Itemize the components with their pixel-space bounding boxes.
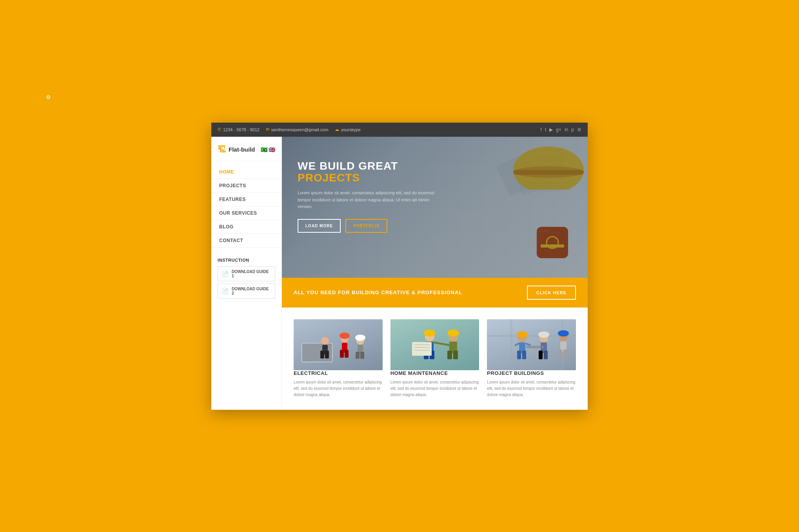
svg-rect-22 xyxy=(325,351,329,358)
brazil-flag: 🇧🇷 xyxy=(261,147,267,153)
phone-contact: ✆ 1234 - 5678 - 9012 xyxy=(218,127,260,132)
svg-rect-47 xyxy=(453,351,458,359)
twitter-link[interactable]: t xyxy=(545,127,546,132)
svg-point-19 xyxy=(321,337,329,345)
svg-rect-55 xyxy=(517,351,521,359)
svg-point-34 xyxy=(424,329,436,337)
top-bar-contact: ✆ 1234 - 5678 - 9012 ✉ iamthemesqueen@gm… xyxy=(218,127,361,132)
service-image-maintenance xyxy=(390,319,479,370)
sidebar-instruction: INSTRUCTION 📄 DOWNLOAD GUIDE 1 📄 DOWNLOA… xyxy=(211,252,281,305)
flag-icons: 🇧🇷 🇬🇧 xyxy=(261,147,275,153)
nav-item-contact[interactable]: CONTACT xyxy=(211,234,281,248)
svg-point-60 xyxy=(538,331,549,338)
sidebar-logo: 🏗 Flat-build 🇧🇷 🇬🇧 xyxy=(211,137,281,161)
nav-item-our-services[interactable]: OUR SERVICES xyxy=(211,206,281,220)
svg-rect-67 xyxy=(558,349,562,358)
skype-icon: ☁ xyxy=(335,127,339,132)
service-card-electrical: ELECTRICAL Lorem ipsum dolor sit amet, c… xyxy=(294,319,383,398)
electrical-scene-svg xyxy=(294,319,383,370)
svg-rect-69 xyxy=(526,346,544,348)
logo-icon: 🏗 xyxy=(218,145,226,155)
maintenance-scene-svg xyxy=(390,319,479,370)
service-title-project: PROJECT BUILDINGS xyxy=(487,370,576,376)
svg-rect-48 xyxy=(432,341,450,346)
logo-text: Flat-build xyxy=(229,146,255,153)
youtube-link[interactable]: ▶ xyxy=(549,127,553,132)
load-more-button[interactable]: LOAD MORE xyxy=(298,219,341,233)
services-grid: ELECTRICAL Lorem ipsum dolor sit amet, c… xyxy=(294,319,576,398)
email-icon: ✉ xyxy=(266,127,269,132)
download-guide-2[interactable]: 📄 DOWNLOAD GUIDE 2 xyxy=(218,284,275,299)
phone-icon: ✆ xyxy=(218,127,221,132)
nav-item-home[interactable]: HOME xyxy=(211,165,281,179)
hero-subtitle: Lorem ipsum dolor sit amet, consectetur … xyxy=(298,190,443,210)
svg-rect-21 xyxy=(320,351,324,358)
svg-rect-68 xyxy=(563,349,567,358)
project-scene-svg xyxy=(487,319,576,370)
email-address: iamthemesqueen@gmail.com xyxy=(271,127,329,132)
main-content: WE BUILD GREAT PROJECTS Lorem ipsum dolo… xyxy=(282,137,588,410)
svg-rect-31 xyxy=(356,352,360,359)
svg-rect-62 xyxy=(539,351,543,359)
skype-contact: ☁ yourskype xyxy=(335,127,361,132)
service-title-electrical: ELECTRICAL xyxy=(294,370,383,376)
svg-rect-57 xyxy=(514,342,520,346)
cta-text: ALL YOU NEED FOR BUILDING CREATIVE & PRO… xyxy=(294,290,462,295)
linkedin-link[interactable]: in xyxy=(565,127,568,132)
service-image-electrical xyxy=(294,319,383,370)
main-layout: 🏗 Flat-build 🇧🇷 🇬🇧 HOME PROJECTS FEATURE… xyxy=(211,137,588,410)
svg-rect-50 xyxy=(510,319,512,370)
service-card-maintenance: HOME MAINTENANCE Lorem ipsum dolor sit a… xyxy=(390,319,479,398)
svg-point-44 xyxy=(447,329,459,337)
logo-left: 🏗 Flat-build xyxy=(218,145,255,155)
hero-buttons: LOAD MORE PORTFOLIO xyxy=(298,219,443,233)
svg-rect-46 xyxy=(447,351,452,359)
nav-item-projects[interactable]: PROJECTS xyxy=(211,179,281,193)
facebook-link[interactable]: f xyxy=(541,127,542,132)
browser-window: ✆ 1234 - 5678 - 9012 ✉ iamthemesqueen@gm… xyxy=(211,123,588,410)
download-guide-2-label: DOWNLOAD GUIDE 2 xyxy=(232,287,271,295)
svg-point-24 xyxy=(340,333,350,339)
cta-banner: ALL YOU NEED FOR BUILDING CREATIVE & PRO… xyxy=(282,278,588,308)
us-flag: 🇬🇧 xyxy=(269,147,275,153)
download-icon-2: 📄 xyxy=(222,288,229,294)
svg-rect-26 xyxy=(340,350,344,358)
hero-title-white: WE BUILD GREAT xyxy=(298,160,443,172)
settings-link[interactable]: ⚙ xyxy=(577,127,581,132)
sidebar: 🏗 Flat-build 🇧🇷 🇬🇧 HOME PROJECTS FEATURE… xyxy=(211,137,282,410)
nav-item-blog[interactable]: BLOG xyxy=(211,220,281,234)
svg-point-65 xyxy=(558,330,569,337)
social-links: f t ▶ g+ in p ⚙ xyxy=(541,127,581,132)
svg-rect-56 xyxy=(522,351,526,359)
svg-point-29 xyxy=(355,335,365,341)
email-contact: ✉ iamthemesqueen@gmail.com xyxy=(266,127,329,132)
download-icon-1: 📄 xyxy=(222,271,229,277)
service-desc-maintenance: Lorem ipsum dolor sit amet, consectetur … xyxy=(390,379,479,398)
hero-content: WE BUILD GREAT PROJECTS Lorem ipsum dolo… xyxy=(282,137,458,233)
skype-id: yourskype xyxy=(341,127,361,132)
phone-number: 1234 - 5678 - 9012 xyxy=(223,127,260,132)
portfolio-button[interactable]: PORTFOLIO xyxy=(345,219,387,233)
service-image-project xyxy=(487,319,576,370)
sidebar-nav: HOME PROJECTS FEATURES OUR SERVICES BLOG… xyxy=(211,161,281,252)
download-guide-1-label: DOWNLOAD GUIDE 1 xyxy=(232,270,271,278)
svg-rect-32 xyxy=(360,352,364,359)
click-here-button[interactable]: CLICK HERE xyxy=(527,286,576,300)
svg-rect-58 xyxy=(525,342,531,346)
services-section: ELECTRICAL Lorem ipsum dolor sit amet, c… xyxy=(282,308,588,410)
service-card-project: PROJECT BUILDINGS Lorem ipsum dolor sit … xyxy=(487,319,576,398)
hero-section: WE BUILD GREAT PROJECTS Lorem ipsum dolo… xyxy=(282,137,588,278)
hero-title-yellow: PROJECTS xyxy=(298,172,443,184)
svg-rect-27 xyxy=(345,350,349,358)
service-desc-project: Lorem ipsum dolor sit amet, consectetur … xyxy=(487,379,576,398)
svg-point-53 xyxy=(517,331,528,338)
svg-rect-63 xyxy=(544,351,548,359)
pinterest-link[interactable]: p xyxy=(571,127,574,132)
gear-icon[interactable]: ⚙ xyxy=(42,91,54,103)
download-guide-1[interactable]: 📄 DOWNLOAD GUIDE 1 xyxy=(218,266,275,281)
service-desc-electrical: Lorem ipsum dolor sit amet, consectetur … xyxy=(294,379,383,398)
top-bar: ✆ 1234 - 5678 - 9012 ✉ iamthemesqueen@gm… xyxy=(211,123,588,137)
instruction-title: INSTRUCTION xyxy=(218,258,275,262)
google-plus-link[interactable]: g+ xyxy=(556,127,561,132)
nav-item-features[interactable]: FEATURES xyxy=(211,193,281,206)
